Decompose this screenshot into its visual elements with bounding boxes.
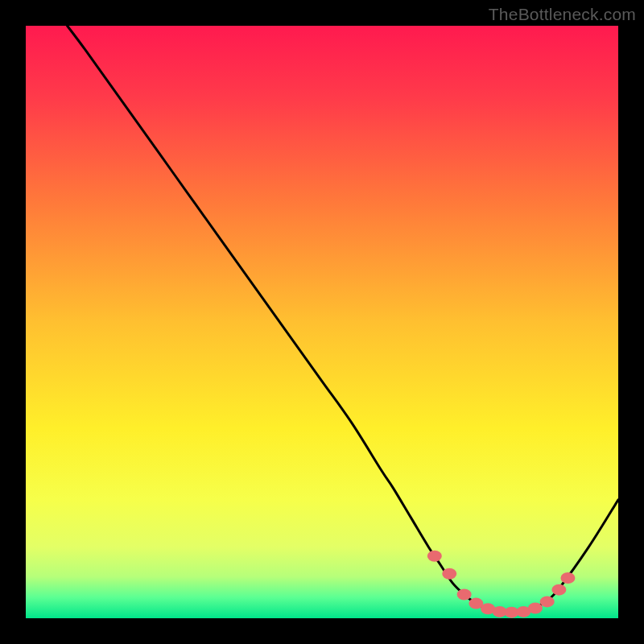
marker-dot: [442, 568, 456, 580]
watermark-label: TheBottleneck.com: [489, 5, 636, 24]
marker-dot: [457, 589, 472, 601]
marker-dot: [560, 572, 575, 584]
marker-dot: [427, 551, 442, 562]
plot-area: [26, 26, 618, 618]
marker-dot: [551, 584, 566, 596]
marker-dot: [528, 602, 543, 613]
bottleneck-chart-svg: [26, 26, 618, 618]
chart-frame: TheBottleneck.com: [0, 0, 644, 644]
marker-dot: [540, 596, 555, 607]
gradient-background: [26, 26, 618, 618]
